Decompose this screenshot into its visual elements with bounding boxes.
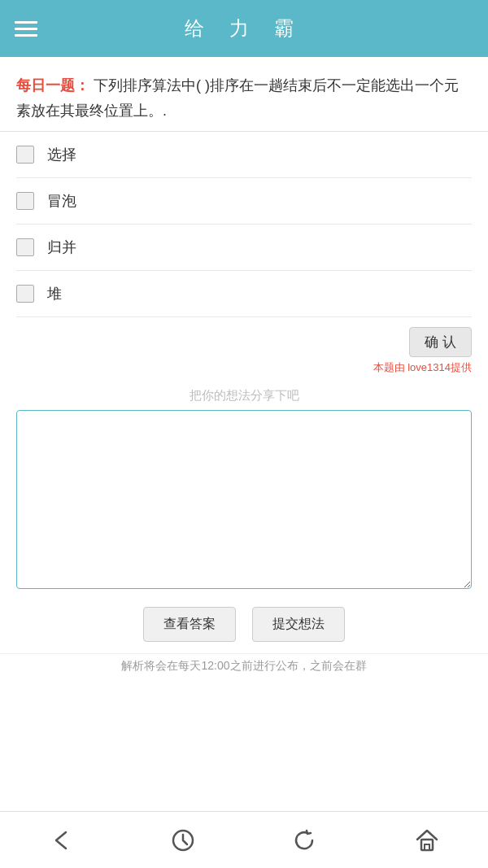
submit-idea-button[interactable]: 提交想法 [252, 607, 345, 642]
nav-history[interactable] [163, 820, 203, 861]
nav-refresh[interactable] [285, 820, 325, 861]
svg-rect-2 [425, 844, 429, 850]
share-hint: 把你的想法分享下吧 [190, 388, 299, 403]
option-c-label: 归并 [47, 238, 76, 257]
bottom-notice: 解析将会在每天12:00之前进行公布，之前会在群 [0, 653, 488, 678]
option-c[interactable]: 归并 [16, 225, 472, 271]
menu-icon[interactable] [15, 21, 37, 37]
option-a[interactable]: 选择 [16, 132, 472, 178]
question-section: 每日一题： 下列排序算法中( )排序在一趟结束后不一定能选出一个元素放在其最终位… [0, 57, 488, 131]
share-textarea[interactable] [16, 410, 472, 589]
confirm-button[interactable]: 确 认 [409, 327, 472, 357]
app-title: 给 力 霸 [185, 15, 303, 41]
refresh-icon [292, 827, 318, 853]
checkbox-b[interactable] [16, 192, 34, 210]
action-buttons: 查看答案 提交想法 [0, 595, 488, 653]
bottom-nav [0, 811, 488, 868]
option-d[interactable]: 堆 [16, 271, 472, 317]
back-icon [48, 827, 74, 853]
share-section: 把你的想法分享下吧 [0, 385, 488, 595]
option-d-label: 堆 [47, 284, 62, 303]
checkbox-a[interactable] [16, 146, 34, 164]
nav-back[interactable] [41, 820, 81, 861]
main-content: 每日一题： 下列排序算法中( )排序在一趟结束后不一定能选出一个元素放在其最终位… [0, 57, 488, 811]
question-text: 每日一题： 下列排序算法中( )排序在一趟结束后不一定能选出一个元素放在其最终位… [16, 73, 472, 123]
option-b[interactable]: 冒泡 [16, 178, 472, 225]
nav-home[interactable] [407, 820, 447, 861]
view-answer-button[interactable]: 查看答案 [143, 607, 236, 642]
attribution-text: 本题由 love1314提供 [373, 360, 472, 375]
confirm-section: 确 认 本题由 love1314提供 [0, 317, 488, 385]
option-a-label: 选择 [47, 145, 76, 164]
options-section: 选择 冒泡 归并 堆 [0, 132, 488, 317]
app-header: 给 力 霸 [0, 0, 488, 57]
question-label: 每日一题： [16, 77, 89, 94]
clock-icon [170, 827, 196, 853]
home-icon [414, 827, 440, 853]
checkbox-d[interactable] [16, 285, 34, 303]
option-b-label: 冒泡 [47, 191, 76, 211]
checkbox-c[interactable] [16, 238, 34, 256]
